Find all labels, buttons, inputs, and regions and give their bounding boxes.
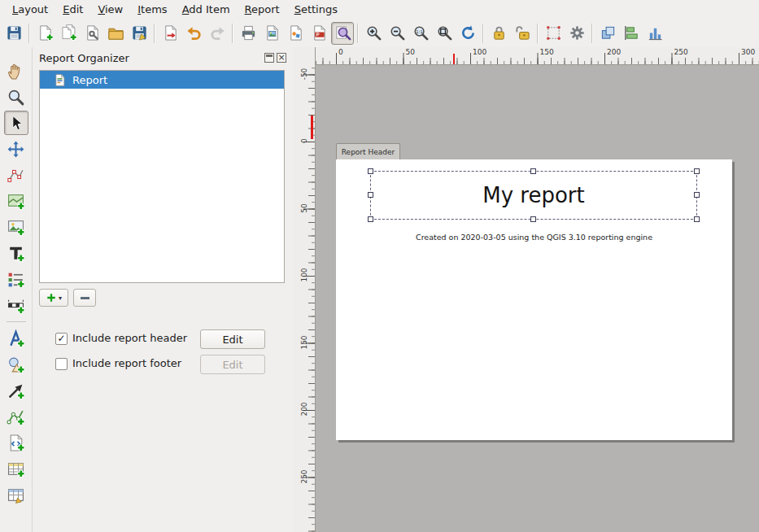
add-picture-button[interactable] — [4, 215, 28, 239]
include-footer-label: Include report footer — [72, 357, 181, 369]
redo-button[interactable] — [206, 22, 229, 45]
tree-item-label: Report — [72, 74, 107, 86]
close-panel-icon[interactable] — [277, 53, 286, 63]
settings-options-button[interactable] — [565, 22, 588, 45]
add-picture-icon — [7, 218, 25, 237]
remove-section-button[interactable] — [73, 289, 96, 307]
gear-icon — [569, 24, 586, 41]
menu-items[interactable]: Items — [130, 2, 174, 17]
report-page[interactable]: My report Created on 2020-03-05 using th… — [336, 159, 732, 440]
menu-add-item[interactable]: Add Item — [175, 2, 238, 17]
export-as-image-button[interactable] — [260, 22, 283, 45]
edit-nodes-tool-button[interactable] — [4, 163, 28, 187]
title-label-item[interactable]: My report — [370, 171, 697, 220]
add-map-icon — [7, 192, 25, 211]
refresh-view-button[interactable] — [456, 22, 479, 45]
main-toolbar — [0, 19, 759, 47]
ruler-tick-label: 200 — [607, 48, 621, 56]
ruler-tick-label: 0 — [300, 131, 308, 150]
tree-item-report[interactable]: Report — [40, 71, 284, 89]
include-footer-checkbox[interactable] — [55, 358, 68, 370]
add-label-button[interactable] — [4, 241, 28, 265]
mag-page-icon — [334, 24, 351, 41]
add-attribute-table-button[interactable] — [4, 456, 28, 481]
move-item-content-tool-button[interactable] — [4, 137, 28, 161]
selection-handle-tl[interactable] — [368, 168, 373, 174]
menu-edit[interactable]: Edit — [55, 2, 90, 17]
chevron-down-icon: ▾ — [59, 294, 62, 302]
add-legend-icon — [7, 270, 25, 289]
zoom-to-page-button[interactable] — [331, 22, 354, 45]
print-report-button[interactable] — [237, 22, 260, 45]
selection-handle-mr[interactable] — [694, 192, 700, 198]
cursor-icon — [7, 114, 25, 133]
page-plus-icon — [37, 24, 54, 41]
zoom-out-button[interactable] — [386, 22, 408, 45]
undo-button[interactable] — [182, 22, 205, 45]
save-project-button[interactable] — [2, 22, 25, 45]
menu-report[interactable]: Report — [238, 2, 287, 17]
selection-handle-bl[interactable] — [368, 216, 373, 222]
add-arrow-button[interactable] — [4, 378, 28, 403]
edit-footer-button[interactable]: Edit — [200, 355, 265, 374]
add-map-button[interactable] — [4, 189, 28, 213]
toolbar-separator — [482, 24, 484, 43]
zoom-tool-button[interactable] — [4, 85, 28, 109]
selection-handle-br[interactable] — [694, 216, 700, 222]
add-node-item-button[interactable] — [4, 404, 28, 429]
zoom-actual-icon — [412, 24, 430, 41]
zoom-in-button[interactable] — [362, 22, 385, 45]
lock-selected-items-button[interactable] — [487, 22, 510, 45]
layout-properties-button[interactable] — [81, 22, 103, 45]
selection-handle-bm[interactable] — [530, 216, 536, 222]
select-move-item-tool-button[interactable] — [4, 111, 28, 135]
add-north-arrow-button[interactable] — [4, 326, 28, 351]
edit-nodes-icon — [7, 166, 25, 185]
selection-handle-tm[interactable] — [530, 168, 536, 174]
add-scalebar-button[interactable] — [4, 293, 28, 317]
add-table-icon — [7, 460, 25, 478]
raise-items-button[interactable] — [596, 22, 619, 45]
report-icon — [53, 73, 67, 87]
report-tree[interactable]: Report — [39, 70, 285, 283]
selection-handle-tr[interactable] — [694, 168, 700, 174]
snapping-options-button[interactable] — [542, 22, 565, 45]
menu-settings[interactable]: Settings — [287, 2, 345, 17]
add-node-icon — [7, 408, 25, 426]
page-wrench-icon — [84, 24, 101, 41]
snap-grid-icon — [545, 24, 562, 41]
folder-icon — [107, 24, 124, 41]
duplicate-layout-button[interactable] — [57, 22, 80, 45]
edit-header-button[interactable]: Edit — [200, 329, 265, 349]
pan-layout-tool-button[interactable] — [4, 59, 28, 83]
add-items-from-template-button[interactable] — [104, 22, 127, 45]
save-items-as-template-button[interactable] — [128, 22, 150, 45]
menubar: LayoutEditViewItemsAdd ItemReportSetting… — [0, 0, 759, 19]
zoom-full-button[interactable] — [433, 22, 456, 45]
vertical-ruler[interactable]: -50050100150200250 — [293, 47, 316, 532]
toolbar-separator — [232, 24, 233, 43]
horizontal-ruler[interactable]: 050100150200250300 — [316, 47, 759, 65]
add-fixed-table-button[interactable] — [4, 482, 28, 507]
align-items-button[interactable] — [620, 22, 643, 45]
add-shape-button[interactable] — [4, 352, 28, 377]
selection-handle-ml[interactable] — [368, 192, 373, 198]
export-as-svg-button[interactable] — [284, 22, 307, 45]
add-html-frame-button[interactable] — [4, 430, 28, 455]
add-legend-button[interactable] — [4, 267, 28, 291]
include-header-checkbox[interactable]: ✓ — [55, 333, 68, 345]
export-report-button[interactable] — [159, 22, 181, 45]
zoom-actual-button[interactable] — [409, 22, 432, 45]
report-organizer-panel: Report Organizer Report ▾ ✓ Include repo… — [33, 47, 293, 532]
export-as-pdf-button[interactable] — [308, 22, 330, 45]
layout-canvas[interactable]: Report Header My report Created on 2020-… — [316, 65, 759, 532]
distribute-items-button[interactable] — [643, 22, 666, 45]
add-section-button[interactable]: ▾ — [39, 289, 68, 307]
new-layout-button[interactable] — [33, 22, 56, 45]
float-panel-icon[interactable] — [264, 53, 274, 63]
unlock-all-items-button[interactable] — [511, 22, 534, 45]
export-svg-icon — [287, 24, 304, 41]
menu-layout[interactable]: Layout — [5, 2, 55, 17]
menu-view[interactable]: View — [90, 2, 130, 17]
plus-icon — [46, 292, 57, 303]
